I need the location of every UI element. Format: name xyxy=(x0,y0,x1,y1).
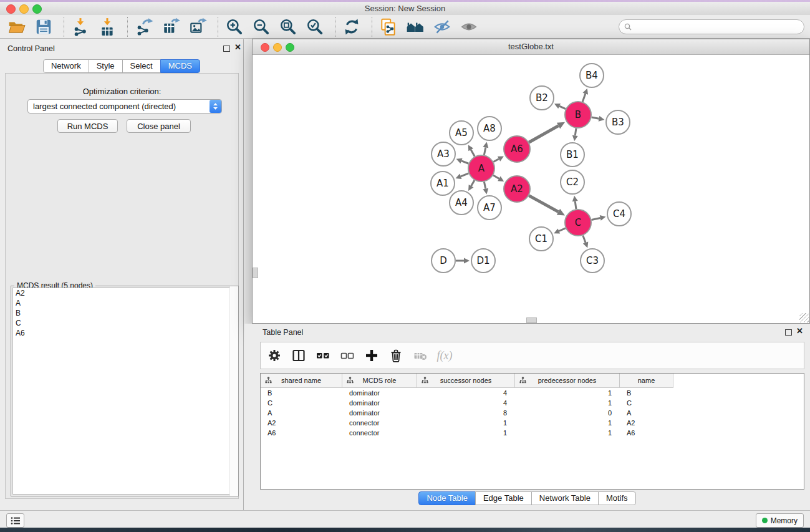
canvas-bottom-grip[interactable] xyxy=(526,317,537,323)
zoom-out-icon[interactable] xyxy=(252,17,271,36)
edge-A-A8[interactable] xyxy=(484,147,485,155)
edge-C-C2[interactable] xyxy=(575,201,576,210)
criterion-select[interactable]: largest connected component (directed) xyxy=(27,99,222,114)
network-canvas[interactable]: B4B2BB3A8A5A6B1A3AC2A1A2A4A7CC4C1C3DD1 xyxy=(253,55,809,323)
show-panels-list-button[interactable] xyxy=(6,513,24,528)
run-mcds-button[interactable]: Run MCDS xyxy=(57,119,118,133)
column-header-predecessor-nodes[interactable]: predecessor nodes xyxy=(515,374,620,387)
refresh-layout-icon[interactable] xyxy=(342,17,361,36)
show-all-icon[interactable] xyxy=(460,17,478,36)
tab-network[interactable]: Network xyxy=(43,59,89,73)
network-zoom-button[interactable] xyxy=(286,43,294,52)
search-input[interactable] xyxy=(634,21,804,33)
show-columns-icon[interactable] xyxy=(291,347,307,364)
network-minimize-button[interactable] xyxy=(273,43,282,52)
edge-C-C1[interactable] xyxy=(559,228,566,231)
table-panel: Table Panel ✕ f(x) shared nameMCDS roles… xyxy=(244,324,810,510)
edge-A-A4[interactable] xyxy=(471,180,475,186)
edge-C-C3[interactable] xyxy=(583,236,586,243)
edge-B-B2[interactable] xyxy=(559,106,566,109)
import-table-icon[interactable] xyxy=(98,17,117,36)
edge-A-A2[interactable] xyxy=(493,175,499,178)
edge-arrow-C-C4 xyxy=(600,215,606,221)
result-item[interactable]: A2 xyxy=(13,288,236,298)
column-header-MCDS-role[interactable]: MCDS role xyxy=(342,374,417,387)
tab-node-table[interactable]: Node Table xyxy=(418,491,476,505)
open-session-icon[interactable] xyxy=(7,17,26,36)
close-panel-icon[interactable]: ✕ xyxy=(796,328,803,334)
import-network-icon[interactable] xyxy=(71,17,90,36)
delete-table-icon[interactable] xyxy=(412,347,428,364)
zoom-fit-icon[interactable] xyxy=(279,17,297,36)
edge-A-A3[interactable] xyxy=(461,161,468,163)
close-panel-button[interactable]: Close panel xyxy=(127,119,191,133)
float-panel-icon[interactable] xyxy=(223,46,230,52)
tab-mcds[interactable]: MCDS xyxy=(160,59,200,73)
result-item[interactable]: A6 xyxy=(13,328,236,338)
result-item[interactable]: B xyxy=(13,308,236,318)
minimize-window-button[interactable] xyxy=(19,4,29,14)
network-window-titlebar[interactable]: testGlobe.txt xyxy=(253,39,809,55)
result-item[interactable]: A xyxy=(13,298,236,308)
window-resize-grip[interactable] xyxy=(799,313,809,322)
control-panel-tabs: NetworkStyleSelectMCDS xyxy=(0,59,243,73)
toolbar-separator xyxy=(335,17,336,37)
edge-B-B1[interactable] xyxy=(575,128,576,136)
column-header-successor-nodes[interactable]: successor nodes xyxy=(417,374,515,387)
tab-edge-table[interactable]: Edge Table xyxy=(475,491,532,505)
edge-B-B3[interactable] xyxy=(592,117,599,118)
table-body: Bdominator41BCdominator41CAdominator80AA… xyxy=(261,388,804,438)
mcds-result-list[interactable]: A2ABCA6 xyxy=(12,288,237,495)
memory-button[interactable]: Memory xyxy=(756,513,804,528)
delete-row-icon[interactable] xyxy=(388,347,404,364)
edge-B-B4[interactable] xyxy=(582,94,586,102)
table-row[interactable]: A6connector11A6 xyxy=(261,428,804,438)
edge-A-A6[interactable] xyxy=(493,159,499,162)
new-network-from-selection-icon[interactable] xyxy=(379,17,398,36)
edge-A-A5[interactable] xyxy=(471,150,475,157)
zoom-in-icon[interactable] xyxy=(225,17,244,36)
tab-select[interactable]: Select xyxy=(122,59,161,73)
table-row[interactable]: Bdominator41B xyxy=(261,388,804,398)
column-header-name[interactable]: name xyxy=(620,374,673,387)
edge-A6-B[interactable] xyxy=(529,126,558,143)
edge-A-A7[interactable] xyxy=(484,182,485,189)
cell-MCDS-role: dominator xyxy=(342,389,417,397)
function-builder-icon[interactable]: f(x) xyxy=(436,347,453,364)
close-panel-icon[interactable]: ✕ xyxy=(234,44,241,51)
cell-MCDS-role: connector xyxy=(342,429,417,437)
float-panel-icon[interactable] xyxy=(785,329,792,336)
network-canvas-svg[interactable]: B4B2BB3A8A5A6B1A3AC2A1A2A4A7CC4C1C3DD1 xyxy=(253,55,809,323)
save-session-icon[interactable] xyxy=(34,17,53,36)
zoom-window-button[interactable] xyxy=(32,4,42,14)
node-label-A: A xyxy=(478,163,485,174)
export-network-icon[interactable] xyxy=(135,17,153,36)
close-window-button[interactable] xyxy=(6,4,16,14)
edge-A-A1[interactable] xyxy=(461,173,469,177)
edge-C-C4[interactable] xyxy=(592,218,600,220)
table-row[interactable]: A2connector11A2 xyxy=(261,418,804,428)
result-item[interactable]: C xyxy=(13,318,236,328)
column-header-shared-name[interactable]: shared name xyxy=(261,374,342,387)
table-options-icon[interactable] xyxy=(266,347,282,364)
result-scrollbar[interactable] xyxy=(229,286,238,496)
node-label-B: B xyxy=(575,109,581,120)
node-label-A5: A5 xyxy=(455,127,468,138)
tab-motifs[interactable]: Motifs xyxy=(598,491,636,505)
export-table-icon[interactable] xyxy=(162,17,180,36)
export-image-icon[interactable] xyxy=(188,17,207,36)
table-row[interactable]: Cdominator41C xyxy=(261,398,804,408)
tab-network-table[interactable]: Network Table xyxy=(531,491,599,505)
network-close-button[interactable] xyxy=(261,43,269,52)
node-label-A1: A1 xyxy=(436,178,449,189)
add-row-icon[interactable] xyxy=(364,347,380,364)
deselect-all-icon[interactable] xyxy=(339,347,355,364)
canvas-left-grip[interactable] xyxy=(253,268,258,278)
select-all-icon[interactable] xyxy=(315,347,331,364)
edge-A2-C[interactable] xyxy=(529,196,558,212)
first-neighbors-icon[interactable] xyxy=(406,17,425,36)
tab-style[interactable]: Style xyxy=(89,59,123,73)
hide-selected-icon[interactable] xyxy=(433,17,451,36)
table-row[interactable]: Adominator80A xyxy=(261,408,804,418)
zoom-selected-icon[interactable] xyxy=(306,17,324,36)
